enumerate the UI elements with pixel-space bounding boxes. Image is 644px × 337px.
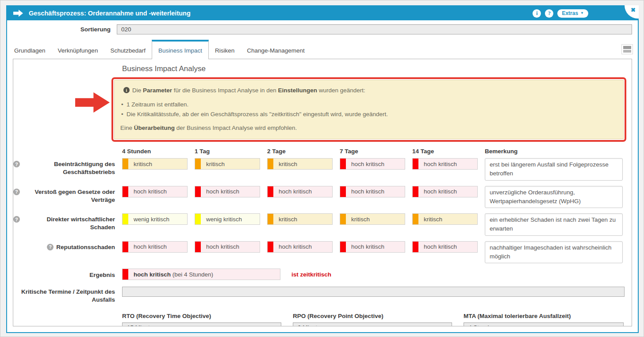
red-annotation-box: i Die Parameter für die Business Impact … — [111, 77, 626, 142]
sortierung-input[interactable] — [117, 24, 632, 34]
criticality-stripe — [268, 186, 273, 197]
tab-bar: GrundlagenVerknüpfungenSchutzbedarfBusin… — [7, 40, 638, 59]
red-arrow-annotation — [75, 92, 110, 113]
criticality-cell[interactable]: hoch kritisch — [122, 241, 188, 253]
extras-button[interactable]: Extras ▼ — [557, 9, 588, 18]
tab-change-management[interactable]: Change-Management — [241, 40, 311, 59]
remark-field[interactable]: ein erheblicher Schaden ist nach zwei Ta… — [485, 213, 623, 236]
tab-business-impact[interactable]: Business Impact — [152, 40, 209, 59]
column-header: 2 Tage — [267, 148, 333, 155]
column-header: 1 Tag — [195, 148, 260, 155]
question-help-icon[interactable]: ? — [13, 189, 20, 195]
criticality-stripe — [123, 159, 128, 169]
notice-intro: i Die Parameter für die Business Impact … — [120, 86, 616, 95]
criticality-cell[interactable]: kritisch — [340, 213, 405, 225]
desktop-background: { "window": { "title": "Geschäftsprozess… — [0, 0, 644, 337]
criticality-cell[interactable]: hoch kritisch — [122, 186, 188, 197]
criticality-cell[interactable]: kritisch — [195, 158, 260, 170]
remark-field[interactable]: unverzügliche Orderausführung, Wertpapie… — [485, 186, 623, 208]
question-help-icon[interactable]: ? — [47, 244, 54, 250]
criticality-cell[interactable]: hoch kritisch — [267, 241, 333, 253]
rpo-column: RPO (Recovery Point Objective) 0 Minuten… — [293, 313, 452, 326]
editor-window: Geschäftsprozess: Orderannahme und -weit… — [6, 5, 639, 333]
process-arrow-icon — [13, 10, 23, 17]
criticality-stripe — [195, 159, 201, 169]
tab-verknüpfungen[interactable]: Verknüpfungen — [52, 40, 104, 59]
rpo-value-field[interactable]: 0 Minuten — [293, 322, 452, 326]
rto-value-field[interactable]: 15 Minuten — [122, 322, 281, 326]
criticality-stripe — [123, 214, 128, 224]
matrix-header-row: 4 Stunden 1 Tag 2 Tage 7 Tage 14 Tage Be… — [122, 148, 625, 155]
business-impact-panel: Business Impact Analyse i Die Parameter … — [13, 59, 632, 326]
criticality-cell[interactable]: hoch kritisch — [195, 186, 260, 197]
criticality-cell[interactable]: kritisch — [267, 213, 333, 225]
window-title: Geschäftsprozess: Orderannahme und -weit… — [29, 10, 191, 17]
criticality-cell[interactable]: hoch kritisch — [412, 186, 478, 197]
tab-schutzbedarf[interactable]: Schutzbedarf — [104, 40, 152, 59]
parameter-change-notice: i Die Parameter für die Business Impact … — [114, 80, 624, 139]
column-header: 7 Tage — [340, 148, 405, 155]
remark-field[interactable]: nachhaltiger Imageschaden ist wahrschein… — [485, 241, 623, 264]
criticality-cell[interactable]: kritisch — [267, 158, 333, 170]
info-circle-icon: i — [123, 87, 130, 93]
criticality-stripe — [268, 159, 273, 169]
question-help-icon[interactable]: ? — [13, 161, 20, 167]
tab-grundlagen[interactable]: Grundlagen — [8, 40, 52, 59]
criticality-stripe — [340, 159, 346, 169]
question-help-icon[interactable]: ? — [13, 216, 20, 223]
tab-risiken[interactable]: Risiken — [209, 40, 241, 59]
ergebnis-value-detail: (bei 4 Stunden) — [171, 271, 213, 278]
help-icon[interactable]: ? — [545, 9, 553, 18]
criticality-stripe — [413, 186, 418, 197]
close-icon[interactable]: ✖ — [631, 7, 636, 13]
matrix-row-label: ? Verstoß gegen Gesetze oder Verträge — [13, 186, 115, 204]
criticality-cell[interactable]: hoch kritisch — [340, 186, 405, 197]
criticality-cell[interactable]: hoch kritisch — [340, 158, 405, 170]
criticality-stripe — [123, 186, 128, 197]
matrix-row: ? Direkter wirtschaftlicher Schaden weni… — [13, 213, 625, 236]
time-critical-flag: ist zeitkritisch — [291, 271, 331, 278]
info-icon[interactable]: i — [533, 9, 541, 18]
matrix-row-label: ? Reputationsschaden — [13, 241, 115, 251]
ergebnis-label: Ergebnis — [13, 269, 115, 279]
criticality-stripe — [413, 214, 418, 224]
mta-column: MTA (Maximal tolerierbare Ausfallzeit) 4… — [464, 313, 624, 326]
kritische-termine-input[interactable] — [122, 287, 625, 297]
criticality-cell[interactable]: hoch kritisch — [195, 241, 260, 253]
notice-bullet: Die Kritikalitätsstufe, ab der ein Gesch… — [120, 110, 616, 119]
criticality-cell[interactable]: hoch kritisch — [340, 241, 405, 253]
criticality-stripe — [340, 186, 346, 197]
criticality-stripe — [195, 214, 201, 224]
criticality-cell[interactable]: hoch kritisch — [412, 241, 478, 253]
notice-footer: Eine Überarbeitung der Business Impact A… — [120, 124, 616, 133]
criticality-cell[interactable]: kritisch — [412, 213, 478, 225]
extras-button-label: Extras — [562, 10, 578, 16]
criticality-stripe — [195, 242, 201, 252]
column-header: 14 Tage — [412, 148, 478, 155]
criticality-stripe — [123, 269, 128, 280]
sortierung-label: Sortierung — [7, 26, 111, 33]
criticality-cell[interactable]: wenig kritisch — [122, 213, 188, 225]
notice-bullet-list: 1 Zeitraum ist entfallen. Die Kritikalit… — [120, 100, 616, 119]
remark-field[interactable]: erst bei längerem Ausfall sind Folgeproz… — [485, 158, 623, 181]
column-header-remark: Bemerkung — [485, 148, 623, 155]
matrix-row-label: ? Beeinträchtigung des Geschäftsbetriebs — [13, 158, 115, 176]
matrix-row: ? Reputationsschaden hoch kritischhoch k… — [13, 241, 625, 264]
criticality-stripe — [340, 214, 346, 224]
criticality-cell[interactable]: kritisch — [122, 158, 188, 170]
matrix-row: ? Beeinträchtigung des Geschäftsbetriebs… — [13, 158, 625, 181]
rpo-label: RPO (Recovery Point Objective) — [293, 313, 452, 319]
criticality-cell[interactable]: hoch kritisch — [412, 158, 478, 170]
notice-intro-text: Die Parameter für die Business Impact An… — [132, 87, 365, 94]
mta-value-field[interactable]: 4 Stunden — [464, 322, 624, 326]
mta-label: MTA (Maximal tolerierbare Ausfallzeit) — [464, 313, 624, 319]
rto-label: RTO (Recovery Time Objective) — [122, 313, 281, 319]
criticality-cell[interactable]: wenig kritisch — [195, 213, 260, 225]
criticality-stripe — [268, 242, 273, 252]
ergebnis-result-cell: hoch kritisch (bei 4 Stunden) — [122, 269, 280, 280]
rto-column: RTO (Recovery Time Objective) 15 Minuten… — [122, 313, 281, 326]
criticality-stripe — [413, 159, 418, 169]
chevron-down-icon: ▼ — [580, 11, 584, 15]
criticality-stripe — [123, 242, 128, 252]
criticality-cell[interactable]: hoch kritisch — [267, 186, 333, 197]
